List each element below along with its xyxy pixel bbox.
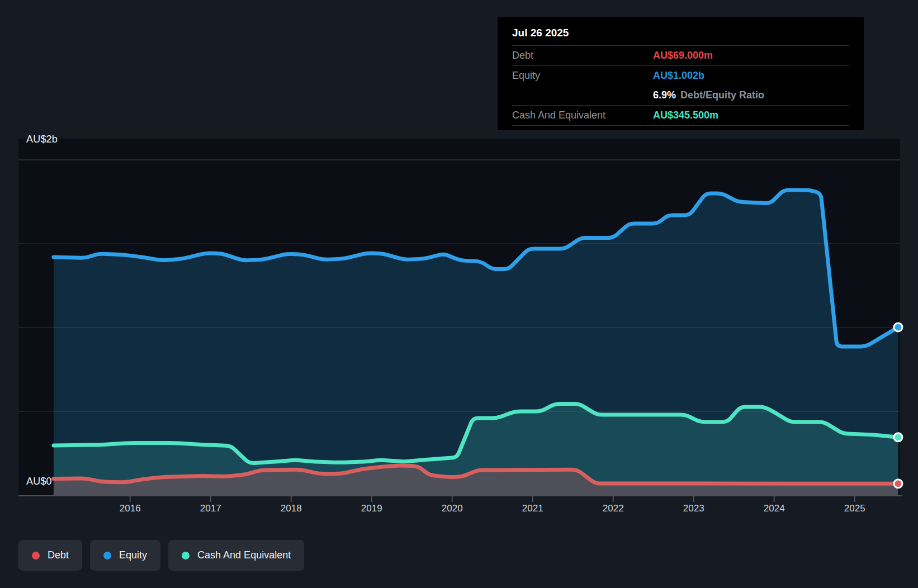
tooltip-date: Jul 26 2025 — [512, 22, 849, 46]
tooltip-row-debt: DebtAU$69.000m — [512, 46, 849, 66]
legend-item-equity[interactable]: Equity — [90, 540, 160, 571]
x-axis-label-2021: 2021 — [522, 503, 543, 514]
x-axis-label-2022: 2022 — [603, 503, 624, 514]
debt-legend-dot — [32, 552, 40, 559]
cash-and-equivalent-end-dot — [894, 433, 902, 442]
tooltip-row-cash-and-equivalent: Cash And EquivalentAU$345.500m — [512, 106, 849, 126]
chart-legend: DebtEquityCash And Equivalent — [18, 540, 304, 571]
equity-end-dot — [894, 323, 902, 331]
legend-label: Cash And Equivalent — [197, 549, 291, 561]
tooltip-value: AU$1.002b — [653, 70, 704, 82]
equity-legend-dot — [103, 552, 111, 559]
debt-end-dot — [894, 480, 902, 488]
ratio-label: Debt/Equity Ratio — [680, 89, 764, 101]
tooltip-row-debt-equity-ratio: 6.9%Debt/Equity Ratio — [512, 86, 849, 106]
x-axis-label-2023: 2023 — [683, 503, 704, 514]
x-axis-label-2020: 2020 — [442, 503, 463, 514]
ratio-value: 6.9% — [653, 89, 676, 101]
x-axis-label-2025: 2025 — [844, 503, 865, 514]
tooltip-label: Cash And Equivalent — [512, 110, 653, 121]
tooltip-label: Equity — [512, 70, 653, 82]
legend-label: Debt — [48, 549, 69, 561]
x-axis-label-2016: 2016 — [120, 503, 141, 514]
x-axis-label-2024: 2024 — [764, 503, 785, 514]
legend-item-debt[interactable]: Debt — [18, 540, 82, 571]
x-axis-label-2017: 2017 — [200, 503, 221, 514]
y-axis-label-2b: AU$2b — [26, 134, 58, 145]
tooltip-label: Debt — [512, 50, 653, 61]
tooltip-value: AU$345.500m — [653, 110, 718, 121]
y-axis-label-0: AU$0 — [26, 476, 52, 487]
x-axis-label-2019: 2019 — [361, 503, 382, 514]
x-axis-label-2018: 2018 — [281, 503, 302, 514]
legend-label: Equity — [119, 549, 147, 561]
tooltip-row-equity: EquityAU$1.002b — [512, 66, 849, 86]
tooltip-rows: DebtAU$69.000mEquityAU$1.002b6.9%Debt/Eq… — [512, 46, 849, 126]
chart-tooltip: Jul 26 2025 DebtAU$69.000mEquityAU$1.002… — [498, 17, 864, 130]
debt-equity-history-panel: AU$2b AU$0 20162017201820192020202120222… — [0, 0, 918, 588]
tooltip-value: AU$69.000m — [653, 50, 713, 61]
cash-and-equivalent-legend-dot — [182, 552, 190, 559]
legend-item-cash-and-equivalent[interactable]: Cash And Equivalent — [168, 540, 304, 571]
